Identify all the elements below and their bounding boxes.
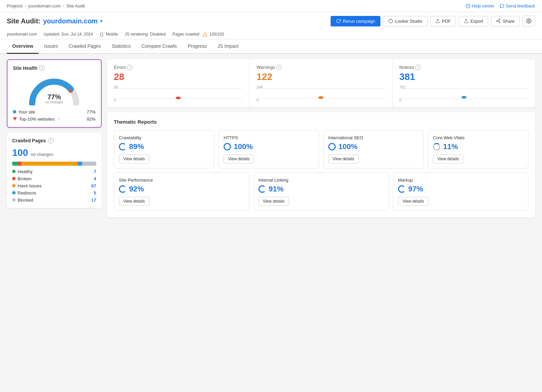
core-web-vitals-view-details-button[interactable]: View details bbox=[433, 154, 463, 163]
international-seo-icon bbox=[328, 143, 336, 150]
tab-statistics[interactable]: Statistics bbox=[106, 39, 136, 54]
meta-pages-crawled: Pages crawled: 100/100 bbox=[172, 32, 224, 37]
warnings-info-icon[interactable]: i bbox=[276, 65, 282, 70]
stats-row: Errors i 28 56 0 Warnings bbox=[107, 59, 535, 107]
export-button[interactable]: Export bbox=[459, 16, 488, 26]
header: Site Audit: yourdomain.com ▾ Rerun campa… bbox=[0, 12, 542, 30]
markup-name: Markup bbox=[398, 178, 523, 183]
redirects-dot bbox=[12, 191, 16, 194]
crawled-pages-card: Crawled Pages i 100 no changes Health bbox=[7, 132, 102, 208]
reports-bottom-grid: Site Performance 92% View details Intern… bbox=[114, 172, 528, 211]
healthy-dot bbox=[12, 170, 16, 173]
notices-info-icon[interactable]: i bbox=[415, 65, 421, 70]
markup-icon bbox=[398, 185, 405, 193]
looker-studio-button[interactable]: Looker Studio bbox=[383, 16, 427, 26]
site-performance-percent: 92% bbox=[119, 185, 244, 193]
blocked-dot bbox=[12, 198, 16, 202]
svg-point-13 bbox=[528, 20, 529, 22]
warnings-sparkline: 244 0 bbox=[256, 85, 385, 102]
bar-healthy bbox=[12, 162, 18, 166]
legend-your-site: Your site 77% bbox=[13, 109, 96, 115]
markup-view-details-button[interactable]: View details bbox=[398, 197, 429, 206]
warnings-value[interactable]: 122 bbox=[256, 71, 385, 82]
notices-value[interactable]: 381 bbox=[399, 71, 528, 82]
breadcrumb: Projects › yourdomain.com › Site Audit bbox=[7, 3, 85, 8]
meta-js-rendering: JS rendering: Disabled bbox=[125, 32, 166, 37]
core-web-vitals-name: Core Web Vitals bbox=[433, 135, 523, 140]
have-issues-count: 67 bbox=[91, 183, 96, 188]
https-percent: 100% bbox=[224, 142, 314, 151]
site-performance-view-details-button[interactable]: View details bbox=[119, 197, 149, 206]
breadcrumb-sep1: › bbox=[25, 3, 26, 8]
internal-linking-view-details-button[interactable]: View details bbox=[258, 197, 289, 206]
https-name: HTTPS bbox=[224, 135, 314, 140]
legend-have-issues[interactable]: Have issues 67 bbox=[12, 183, 96, 188]
crawlability-view-details-button[interactable]: View details bbox=[119, 154, 149, 163]
tab-overview[interactable]: Overview bbox=[7, 39, 39, 54]
site-performance-icon bbox=[119, 185, 126, 193]
pdf-button[interactable]: PDF bbox=[430, 16, 456, 26]
site-performance-name: Site Performance bbox=[119, 178, 244, 183]
crawlability-percent: 89% bbox=[119, 142, 209, 151]
legend-redirects[interactable]: Redirects 5 bbox=[12, 190, 96, 195]
tab-js-impact[interactable]: JS Impact bbox=[212, 39, 244, 54]
nav-tabs: Overview Issues Crawled Pages Statistics… bbox=[0, 39, 542, 54]
svg-point-10 bbox=[499, 22, 500, 23]
send-feedback-link[interactable]: Send feedback bbox=[500, 3, 535, 8]
notices-card: Notices i 381 762 0 bbox=[393, 59, 535, 107]
https-view-details-button[interactable]: View details bbox=[224, 154, 254, 163]
internal-linking-percent: 91% bbox=[258, 185, 384, 193]
notices-sparkline: 762 0 bbox=[399, 85, 528, 102]
blocked-label: Blocked bbox=[18, 198, 33, 203]
core-web-vitals-percent: 11% bbox=[433, 142, 523, 151]
notices-label: Notices i bbox=[399, 65, 528, 70]
top10-chevron-icon[interactable] bbox=[57, 117, 60, 121]
legend-healthy[interactable]: Healthy 7 bbox=[12, 169, 96, 174]
crawled-pages-info-icon[interactable]: i bbox=[48, 138, 54, 143]
markup-percent: 97% bbox=[398, 185, 523, 193]
help-center-link[interactable]: Help center bbox=[466, 3, 494, 8]
tab-compare-crawls[interactable]: Compare Crawls bbox=[136, 39, 182, 54]
breadcrumb-projects[interactable]: Projects bbox=[7, 3, 23, 8]
site-health-info-icon[interactable]: i bbox=[39, 65, 45, 71]
main-content: Site Health i 77% no changes bbox=[0, 54, 542, 223]
bar-blocked bbox=[82, 162, 96, 166]
tab-crawled-pages[interactable]: Crawled Pages bbox=[63, 39, 106, 54]
site-health-card: Site Health i 77% no changes bbox=[7, 59, 102, 128]
breadcrumb-sep2: › bbox=[63, 3, 64, 8]
svg-point-8 bbox=[499, 19, 500, 20]
breadcrumb-domain[interactable]: yourdomain.com bbox=[28, 3, 61, 8]
top10-triangle bbox=[13, 117, 17, 121]
pages-legend: Healthy 7 Broken 4 Have issues bbox=[12, 169, 96, 203]
tab-progress[interactable]: Progress bbox=[182, 39, 212, 54]
settings-button[interactable] bbox=[522, 16, 535, 26]
errors-info-icon[interactable]: i bbox=[127, 65, 132, 70]
errors-label: Errors i bbox=[114, 65, 243, 70]
left-column: Site Health i 77% no changes bbox=[7, 59, 102, 218]
header-domain[interactable]: yourdomain.com bbox=[43, 17, 98, 25]
rerun-campaign-button[interactable]: Rerun campaign bbox=[331, 16, 380, 26]
crawlability-icon bbox=[119, 143, 126, 150]
crawled-count: 100 no changes bbox=[12, 147, 96, 158]
international-seo-view-details-button[interactable]: View details bbox=[328, 154, 359, 163]
pages-progress-bar bbox=[12, 162, 96, 166]
errors-value[interactable]: 28 bbox=[114, 71, 243, 82]
report-core-web-vitals: Core Web Vitals 11% View details bbox=[428, 130, 528, 168]
thematic-reports-card: Thematic Reports Crawlability 89% View d… bbox=[107, 112, 535, 218]
report-international-seo: International SEO 100% View details bbox=[323, 130, 424, 168]
svg-point-9 bbox=[497, 20, 498, 22]
bar-broken bbox=[18, 162, 21, 166]
share-button[interactable]: Share bbox=[491, 16, 520, 26]
meta-bar: yourdomain.com Updated: Sun, Jul 14, 202… bbox=[0, 30, 542, 39]
meta-device: Mobile bbox=[100, 32, 118, 37]
warnings-label: Warnings i bbox=[256, 65, 385, 70]
blocked-count: 17 bbox=[91, 198, 96, 203]
site-health-legend: Your site 77% Top-10% websites 92% bbox=[13, 109, 96, 122]
redirects-label: Redirects bbox=[18, 190, 36, 195]
meta-updated: Updated: Sun, Jul 14, 2024 bbox=[44, 32, 93, 37]
legend-broken[interactable]: Broken 4 bbox=[12, 176, 96, 181]
errors-card: Errors i 28 56 0 bbox=[107, 59, 250, 107]
tab-issues[interactable]: Issues bbox=[39, 39, 63, 54]
domain-chevron[interactable]: ▾ bbox=[100, 18, 103, 24]
legend-blocked[interactable]: Blocked 17 bbox=[12, 198, 96, 203]
